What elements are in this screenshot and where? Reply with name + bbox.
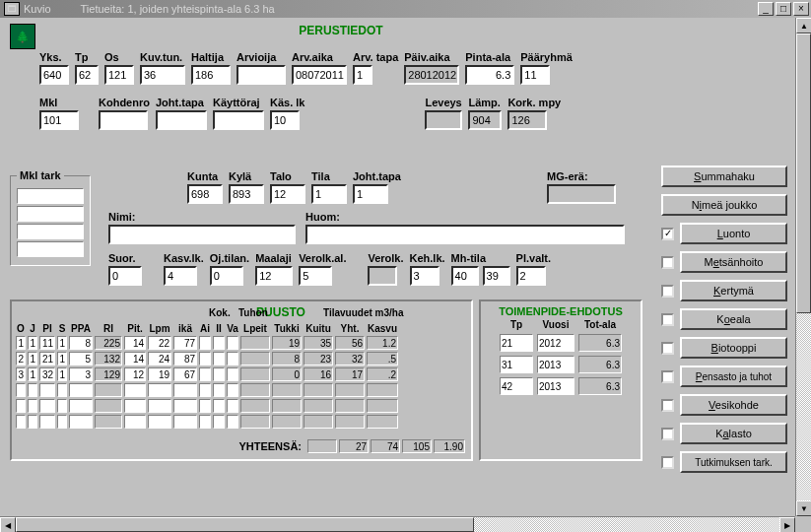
chk-kertyma[interactable] [661,285,674,298]
puusto-pit-4[interactable] [124,399,146,413]
close-button[interactable]: × [793,2,809,16]
puusto-j-5[interactable] [28,415,37,429]
mkl-tark-2[interactable] [17,206,84,222]
puusto-s-5[interactable] [57,415,67,429]
puusto-lpm-2[interactable]: 19 [148,367,171,381]
in-kuvtun[interactable]: 36 [140,65,185,85]
in-arvioija[interactable] [237,65,286,85]
puusto-pi-1[interactable]: 21 [39,352,55,366]
puusto-kok-0[interactable]: 77 [173,336,197,350]
chk-biotooppi[interactable] [661,342,674,355]
btn-koeala[interactable]: Koeala [680,308,787,330]
in-verolkal[interactable]: 5 [299,266,332,286]
puusto-pi-2[interactable]: 32 [39,367,55,381]
puusto-pit-0[interactable]: 14 [124,336,146,350]
chk-tutkimuksen[interactable] [661,456,674,469]
in-kayttoraj[interactable] [213,110,264,130]
btn-biotooppi[interactable]: Biotooppi [680,337,787,359]
puusto-o-3[interactable] [16,383,26,397]
scroll-down-icon[interactable]: ▼ [796,500,811,516]
scroll-right-icon[interactable]: ▶ [779,517,795,532]
puusto-va-3[interactable] [227,383,238,397]
btn-tutkimuksen[interactable]: Tutkimuksen tark. [680,451,787,473]
puusto-ai-3[interactable] [199,383,211,397]
puusto-j-1[interactable]: 1 [28,352,37,366]
btn-summahaku[interactable]: Summahaku [661,166,787,187]
puusto-kok-2[interactable]: 67 [173,367,197,381]
puusto-ii-3[interactable] [213,383,225,397]
in-haltija[interactable]: 186 [191,65,231,85]
puusto-ii-2[interactable] [213,367,225,381]
in-kunta[interactable]: 698 [187,184,223,204]
puusto-pi-0[interactable]: 11 [39,336,55,350]
in-kasvlk[interactable]: 4 [164,266,197,286]
in-johttapa2[interactable]: 1 [353,184,388,204]
in-plvalt[interactable]: 2 [516,266,546,286]
chk-luonto[interactable]: ✓ [661,228,674,240]
puusto-kok-4[interactable] [173,399,197,413]
toim-vuosi-0[interactable]: 2012 [537,334,574,352]
in-nimi[interactable] [108,225,296,244]
puusto-pit-1[interactable]: 14 [124,352,146,366]
in-talo[interactable]: 12 [270,184,305,204]
puusto-pit-3[interactable] [124,383,146,397]
puusto-ppa-5[interactable] [69,415,93,429]
in-arvtapa[interactable]: 1 [353,65,372,85]
chk-kalasto[interactable] [661,428,674,440]
puusto-o-2[interactable]: 3 [16,367,26,381]
puusto-ii-0[interactable] [213,336,225,350]
puusto-o-5[interactable] [16,415,26,429]
in-tila[interactable]: 1 [311,184,347,204]
btn-kalasto[interactable]: Kalasto [680,423,787,444]
btn-pensasto[interactable]: Pensasto ja tuhot [680,366,787,387]
scroll-left-icon[interactable]: ◀ [0,517,16,532]
in-kehlk[interactable]: 3 [410,266,439,286]
puusto-s-2[interactable]: 1 [57,367,67,381]
puusto-va-0[interactable] [227,336,238,350]
chk-koeala[interactable] [661,313,674,326]
in-maalaji[interactable]: 12 [255,266,293,286]
puusto-j-0[interactable]: 1 [28,336,37,350]
toim-vuosi-1[interactable]: 2013 [537,356,574,373]
in-pintaala[interactable]: 6.3 [465,65,514,85]
puusto-ppa-1[interactable]: 5 [69,352,93,366]
btn-vesikohde[interactable]: Vesikohde [680,394,787,416]
puusto-va-4[interactable] [227,399,238,413]
maximize-button[interactable]: □ [776,2,791,16]
puusto-j-3[interactable] [28,383,37,397]
toim-tp-0[interactable]: 21 [500,334,533,352]
in-yks[interactable]: 640 [39,65,69,85]
puusto-va-2[interactable] [227,367,238,381]
puusto-pit-5[interactable] [124,415,146,429]
puusto-o-4[interactable] [16,399,26,413]
in-suor[interactable]: 0 [108,266,142,286]
chk-metsanhoito[interactable] [661,256,674,269]
mkl-tark-1[interactable] [17,188,84,204]
puusto-j-2[interactable]: 1 [28,367,37,381]
puusto-s-4[interactable] [57,399,67,413]
puusto-kok-5[interactable] [173,415,197,429]
in-kaslk[interactable]: 10 [270,110,300,130]
puusto-o-0[interactable]: 1 [16,336,26,350]
btn-luonto[interactable]: Luonto [680,223,787,244]
chk-pensasto[interactable] [661,370,674,383]
mkl-tark-4[interactable] [17,241,84,257]
scroll-thumb-h[interactable] [16,517,474,532]
in-paaryhma[interactable]: 11 [520,65,550,85]
puusto-ai-4[interactable] [199,399,211,413]
in-kyla[interactable]: 893 [229,184,264,204]
btn-nimea[interactable]: Nimeä joukko [661,194,787,216]
puusto-pit-2[interactable]: 12 [124,367,146,381]
in-mhtila2[interactable]: 39 [483,266,510,286]
puusto-ii-5[interactable] [213,415,225,429]
puusto-kok-3[interactable] [173,383,197,397]
in-johttapa[interactable] [156,110,207,130]
puusto-j-4[interactable] [28,399,37,413]
puusto-ppa-3[interactable] [69,383,93,397]
puusto-pi-5[interactable] [39,415,55,429]
vertical-scrollbar[interactable]: ▲ ▼ [795,18,811,516]
in-tp[interactable]: 62 [75,65,99,85]
puusto-kok-1[interactable]: 87 [173,352,197,366]
toim-vuosi-2[interactable]: 2013 [537,377,574,395]
puusto-lpm-4[interactable] [148,399,171,413]
